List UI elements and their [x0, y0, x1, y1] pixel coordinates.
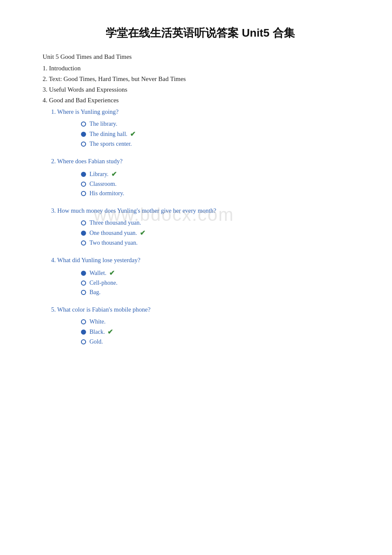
options-list-5: White.Black.✔Gold.	[81, 318, 358, 345]
question-text-5: 5. What color is Fabian's mobile phone?	[51, 306, 358, 313]
question-block-2: 2. Where does Fabian study?Library.✔Clas…	[43, 158, 358, 197]
option-label-5-3: Gold.	[89, 338, 103, 345]
page-title: 学堂在线生活英语听说答案 Unit5 合集	[43, 26, 358, 40]
radio-circle-4-2	[81, 280, 86, 286]
question-text-3: 3. How much money does Yunling's mother …	[51, 207, 358, 214]
option-label-3-2: One thousand yuan.	[89, 230, 137, 237]
question-block-4: 4. What did Yunling lose yesterday?Walle…	[43, 257, 358, 296]
radio-circle-5-2	[81, 330, 86, 335]
option-label-2-1: Library.	[89, 171, 109, 178]
option-2-1[interactable]: Library.✔	[81, 170, 358, 178]
toc-item-3: 3. Useful Words and Expressions	[43, 86, 358, 93]
option-2-3[interactable]: His dormitory.	[81, 190, 358, 197]
option-label-4-1: Wallet.	[89, 270, 107, 277]
option-3-3[interactable]: Two thousand yuan.	[81, 240, 358, 246]
question-block-1: 1. Where is Yunling going?The library.Th…	[43, 108, 358, 147]
question-block-3: 3. How much money does Yunling's mother …	[43, 207, 358, 246]
options-list-4: Wallet.✔Cell-phone.Bag.	[81, 269, 358, 296]
option-label-3-1: Three thousand yuan.	[89, 220, 141, 226]
question-text-1: 1. Where is Yunling going?	[51, 108, 358, 116]
radio-circle-5-1	[81, 319, 86, 324]
question-text-2: 2. Where does Fabian study?	[51, 158, 358, 165]
radio-circle-2-2	[81, 182, 86, 187]
checkmark-5-2: ✔	[107, 328, 113, 336]
option-1-2[interactable]: The dining hall.✔	[81, 130, 358, 138]
option-label-3-3: Two thousand yuan.	[89, 240, 138, 246]
options-list-2: Library.✔Classroom.His dormitory.	[81, 170, 358, 197]
radio-circle-4-1	[81, 271, 86, 276]
option-3-2[interactable]: One thousand yuan.✔	[81, 229, 358, 237]
option-label-4-3: Bag.	[89, 289, 101, 296]
radio-circle-3-3	[81, 240, 86, 246]
option-label-1-3: The sports center.	[89, 141, 132, 147]
option-label-1-2: The dining hall.	[89, 131, 127, 138]
option-5-3[interactable]: Gold.	[81, 338, 358, 345]
toc-item-4: 4. Good and Bad Experiences	[43, 97, 358, 104]
options-list-1: The library.The dining hall.✔The sports …	[81, 121, 358, 147]
radio-circle-2-3	[81, 191, 86, 196]
checkmark-2-1: ✔	[111, 170, 117, 178]
unit-heading: Unit 5 Good Times and Bad Times	[43, 53, 358, 61]
radio-circle-1-3	[81, 142, 86, 147]
option-label-5-1: White.	[89, 318, 106, 325]
option-1-3[interactable]: The sports center.	[81, 141, 358, 147]
radio-circle-3-2	[81, 231, 86, 236]
radio-circle-3-1	[81, 220, 86, 225]
radio-circle-4-3	[81, 290, 86, 295]
option-label-2-3: His dormitory.	[89, 190, 124, 197]
option-3-1[interactable]: Three thousand yuan.	[81, 220, 358, 226]
option-label-2-2: Classroom.	[89, 181, 116, 188]
option-4-1[interactable]: Wallet.✔	[81, 269, 358, 277]
toc-item-1: 1. Introduction	[43, 65, 358, 72]
toc-item-2: 2. Text: Good Times, Hard Times, but Nev…	[43, 75, 358, 83]
option-5-1[interactable]: White.	[81, 318, 358, 325]
option-4-3[interactable]: Bag.	[81, 289, 358, 296]
option-2-2[interactable]: Classroom.	[81, 181, 358, 188]
radio-circle-5-3	[81, 339, 86, 344]
radio-circle-1-1	[81, 121, 86, 127]
checkmark-1-2: ✔	[130, 130, 135, 138]
options-list-3: Three thousand yuan.One thousand yuan.✔T…	[81, 220, 358, 246]
radio-circle-1-2	[81, 132, 86, 137]
option-1-1[interactable]: The library.	[81, 121, 358, 127]
question-text-4: 4. What did Yunling lose yesterday?	[51, 257, 358, 264]
option-4-2[interactable]: Cell-phone.	[81, 280, 358, 286]
option-label-5-2: Black.	[89, 329, 105, 335]
checkmark-4-1: ✔	[109, 269, 115, 277]
option-5-2[interactable]: Black.✔	[81, 328, 358, 336]
option-label-1-1: The library.	[89, 121, 117, 127]
question-block-5: 5. What color is Fabian's mobile phone?W…	[43, 306, 358, 345]
radio-circle-2-1	[81, 172, 86, 177]
checkmark-3-2: ✔	[140, 229, 145, 237]
option-label-4-2: Cell-phone.	[89, 280, 118, 286]
